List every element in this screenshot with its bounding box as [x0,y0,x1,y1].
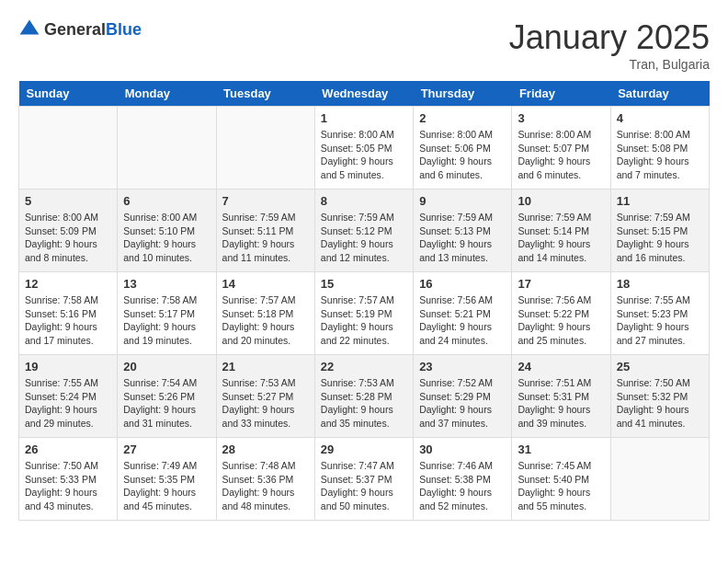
calendar-cell: 29Sunrise: 7:47 AM Sunset: 5:37 PM Dayli… [314,438,413,521]
calendar-subtitle: Tran, Bulgaria [509,57,710,72]
calendar-cell [610,438,709,521]
cell-content: Sunrise: 7:47 AM Sunset: 5:37 PM Dayligh… [321,459,407,513]
cell-content: Sunrise: 7:59 AM Sunset: 5:11 PM Dayligh… [222,211,309,265]
day-header-thursday: Thursday [414,81,512,107]
day-number: 3 [518,111,604,125]
logo-general: General [44,20,106,39]
calendar-cell: 16Sunrise: 7:56 AM Sunset: 5:21 PM Dayli… [414,272,512,355]
calendar-cell: 7Sunrise: 7:59 AM Sunset: 5:11 PM Daylig… [216,190,314,272]
day-number: 21 [222,360,309,373]
day-number: 13 [123,277,210,291]
cell-content: Sunrise: 7:57 AM Sunset: 5:18 PM Dayligh… [222,293,309,348]
cell-content: Sunrise: 7:46 AM Sunset: 5:38 PM Dayligh… [419,459,506,513]
calendar-cell: 11Sunrise: 7:59 AM Sunset: 5:15 PM Dayli… [610,190,709,272]
day-number: 20 [123,360,210,373]
cell-content: Sunrise: 7:49 AM Sunset: 5:35 PM Dayligh… [123,459,210,513]
day-number: 23 [419,360,506,373]
cell-content: Sunrise: 7:58 AM Sunset: 5:17 PM Dayligh… [123,293,210,348]
calendar-cell: 1Sunrise: 8:00 AM Sunset: 5:05 PM Daylig… [314,107,413,190]
day-number: 1 [321,111,407,125]
logo-blue: Blue [106,20,142,39]
calendar-cell: 9Sunrise: 7:59 AM Sunset: 5:13 PM Daylig… [414,190,512,272]
day-number: 25 [617,360,703,373]
day-number: 24 [518,360,604,373]
day-number: 7 [222,194,309,208]
calendar-cell: 23Sunrise: 7:52 AM Sunset: 5:29 PM Dayli… [414,355,512,438]
week-row-2: 5Sunrise: 8:00 AM Sunset: 5:09 PM Daylig… [19,190,710,272]
day-number: 5 [25,194,111,208]
calendar-cell: 14Sunrise: 7:57 AM Sunset: 5:18 PM Dayli… [216,272,314,355]
cell-content: Sunrise: 8:00 AM Sunset: 5:10 PM Dayligh… [123,211,210,265]
title-area: January 2025 Tran, Bulgaria [509,18,710,72]
day-header-friday: Friday [512,81,610,107]
calendar-table: SundayMondayTuesdayWednesdayThursdayFrid… [18,81,710,521]
calendar-cell: 8Sunrise: 7:59 AM Sunset: 5:12 PM Daylig… [314,190,413,272]
day-number: 15 [321,277,407,291]
week-row-5: 26Sunrise: 7:50 AM Sunset: 5:33 PM Dayli… [19,438,710,521]
cell-content: Sunrise: 7:53 AM Sunset: 5:27 PM Dayligh… [222,376,309,431]
day-header-sunday: Sunday [19,81,118,107]
cell-content: Sunrise: 7:59 AM Sunset: 5:15 PM Dayligh… [617,211,703,265]
day-number: 26 [25,442,111,456]
cell-content: Sunrise: 7:50 AM Sunset: 5:33 PM Dayligh… [25,459,111,513]
calendar-cell [19,107,118,190]
day-number: 2 [419,111,506,125]
calendar-cell: 24Sunrise: 7:51 AM Sunset: 5:31 PM Dayli… [512,355,610,438]
cell-content: Sunrise: 7:55 AM Sunset: 5:23 PM Dayligh… [617,293,703,348]
calendar-cell: 25Sunrise: 7:50 AM Sunset: 5:32 PM Dayli… [610,355,709,438]
day-number: 4 [617,111,703,125]
calendar-cell [118,107,216,190]
calendar-cell [216,107,314,190]
calendar-cell: 13Sunrise: 7:58 AM Sunset: 5:17 PM Dayli… [118,272,216,355]
calendar-cell: 10Sunrise: 7:59 AM Sunset: 5:14 PM Dayli… [512,190,610,272]
day-header-tuesday: Tuesday [216,81,314,107]
week-row-3: 12Sunrise: 7:58 AM Sunset: 5:16 PM Dayli… [19,272,710,355]
cell-content: Sunrise: 7:56 AM Sunset: 5:22 PM Dayligh… [518,293,604,348]
day-number: 28 [222,442,309,456]
day-number: 6 [123,194,210,208]
cell-content: Sunrise: 8:00 AM Sunset: 5:08 PM Dayligh… [617,128,703,182]
calendar-cell: 19Sunrise: 7:55 AM Sunset: 5:24 PM Dayli… [19,355,118,438]
calendar-cell: 31Sunrise: 7:45 AM Sunset: 5:40 PM Dayli… [512,438,610,521]
cell-content: Sunrise: 7:52 AM Sunset: 5:29 PM Dayligh… [419,376,506,431]
svg-marker-0 [20,20,40,35]
day-number: 29 [321,442,407,456]
day-number: 10 [518,194,604,208]
day-header-row: SundayMondayTuesdayWednesdayThursdayFrid… [19,81,710,107]
cell-content: Sunrise: 7:59 AM Sunset: 5:14 PM Dayligh… [518,211,604,265]
day-number: 27 [123,442,210,456]
day-header-saturday: Saturday [610,81,709,107]
cell-content: Sunrise: 8:00 AM Sunset: 5:09 PM Dayligh… [25,211,111,265]
calendar-cell: 21Sunrise: 7:53 AM Sunset: 5:27 PM Dayli… [216,355,314,438]
day-number: 18 [617,277,703,291]
day-number: 9 [419,194,506,208]
calendar-cell: 28Sunrise: 7:48 AM Sunset: 5:36 PM Dayli… [216,438,314,521]
day-number: 14 [222,277,309,291]
day-number: 8 [321,194,407,208]
cell-content: Sunrise: 8:00 AM Sunset: 5:06 PM Dayligh… [419,128,506,182]
cell-content: Sunrise: 7:58 AM Sunset: 5:16 PM Dayligh… [25,293,111,348]
calendar-cell: 4Sunrise: 8:00 AM Sunset: 5:08 PM Daylig… [610,107,709,190]
calendar-cell: 30Sunrise: 7:46 AM Sunset: 5:38 PM Dayli… [414,438,512,521]
cell-content: Sunrise: 7:54 AM Sunset: 5:26 PM Dayligh… [123,376,210,431]
day-number: 16 [419,277,506,291]
calendar-cell: 18Sunrise: 7:55 AM Sunset: 5:23 PM Dayli… [610,272,709,355]
day-number: 31 [518,442,604,456]
header: GeneralBlue January 2025 Tran, Bulgaria [18,18,710,72]
day-number: 11 [617,194,703,208]
cell-content: Sunrise: 7:59 AM Sunset: 5:12 PM Dayligh… [321,211,407,265]
week-row-4: 19Sunrise: 7:55 AM Sunset: 5:24 PM Dayli… [19,355,710,438]
cell-content: Sunrise: 7:56 AM Sunset: 5:21 PM Dayligh… [419,293,506,348]
calendar-cell: 12Sunrise: 7:58 AM Sunset: 5:16 PM Dayli… [19,272,118,355]
day-number: 12 [25,277,111,291]
calendar-cell: 27Sunrise: 7:49 AM Sunset: 5:35 PM Dayli… [118,438,216,521]
day-number: 17 [518,277,604,291]
cell-content: Sunrise: 7:48 AM Sunset: 5:36 PM Dayligh… [222,459,309,513]
calendar-cell: 17Sunrise: 7:56 AM Sunset: 5:22 PM Dayli… [512,272,610,355]
cell-content: Sunrise: 7:45 AM Sunset: 5:40 PM Dayligh… [518,459,604,513]
logo-icon [18,18,40,40]
calendar-cell: 2Sunrise: 8:00 AM Sunset: 5:06 PM Daylig… [414,107,512,190]
day-number: 19 [25,360,111,373]
day-number: 22 [321,360,407,373]
day-header-monday: Monday [118,81,216,107]
